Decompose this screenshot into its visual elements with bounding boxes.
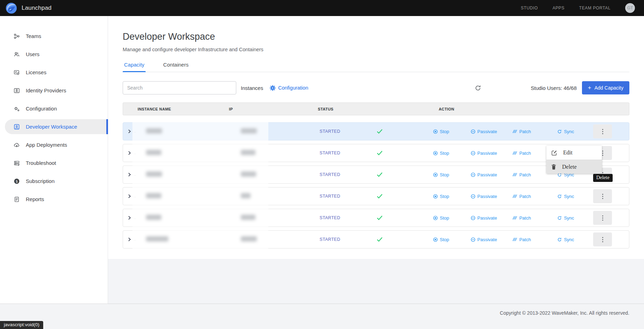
- sidebar-item-label: Developer Workspace: [26, 124, 77, 130]
- success-check-icon: [377, 215, 383, 220]
- redacted-instance-name: [146, 128, 162, 133]
- brand[interactable]: Launchpad: [6, 2, 52, 14]
- table-body: .. STARTED Stop Passivate Patch Sy: [123, 122, 629, 248]
- stop-action[interactable]: Stop: [433, 129, 449, 134]
- sync-action[interactable]: Sync: [557, 194, 574, 199]
- redacted-ip: [241, 215, 255, 220]
- row-actions-menu: Edit Delete: [546, 146, 602, 174]
- sync-action[interactable]: Sync: [557, 129, 574, 134]
- sync-icon: [557, 194, 562, 199]
- page-subtitle: Manage and configure developer Infrastru…: [123, 47, 629, 52]
- gear-icon: [270, 85, 276, 91]
- kebab-menu-button[interactable]: [593, 211, 612, 225]
- action-label: Stop: [440, 237, 449, 242]
- nav-apps-link[interactable]: APPS: [552, 6, 564, 10]
- sidebar-item-label: Licenses: [26, 69, 46, 75]
- expand-chevron-icon[interactable]: [128, 194, 131, 199]
- passivate-action[interactable]: Passivate: [471, 172, 497, 177]
- expand-chevron-icon[interactable]: [128, 215, 131, 220]
- passivate-icon: [471, 151, 475, 155]
- col-action: ACTION: [431, 107, 629, 111]
- patch-action[interactable]: Patch: [512, 151, 531, 156]
- redaction-hint: ..: [134, 216, 136, 220]
- action-label: Passivate: [477, 151, 497, 156]
- action-label: Sync: [564, 194, 574, 199]
- patch-action[interactable]: Patch: [512, 237, 531, 242]
- configuration-link[interactable]: Configuration: [270, 85, 308, 91]
- stop-icon: [433, 151, 438, 155]
- status-text: STARTED: [320, 215, 340, 220]
- kebab-menu-button[interactable]: [593, 124, 612, 138]
- search-input[interactable]: [123, 81, 236, 94]
- col-ip: IP: [229, 107, 318, 111]
- sidebar-item-licenses[interactable]: Licenses: [0, 65, 108, 80]
- sidebar-item-identity-providers[interactable]: Identity Providers: [0, 83, 108, 98]
- stop-action[interactable]: Stop: [433, 194, 449, 199]
- redacted-ip: [241, 236, 257, 242]
- stop-action[interactable]: Stop: [433, 237, 449, 242]
- passivate-icon: [471, 129, 475, 134]
- stop-icon: [433, 194, 438, 199]
- stop-action[interactable]: Stop: [433, 215, 449, 221]
- sidebar-item-subscription[interactable]: $ Subscription: [0, 174, 108, 189]
- action-label: Stop: [440, 151, 449, 156]
- status-text: STARTED: [320, 194, 340, 199]
- expand-chevron-icon[interactable]: [128, 129, 131, 134]
- teams-icon: [13, 33, 20, 39]
- sidebar-item-users[interactable]: Users: [0, 47, 108, 62]
- expand-chevron-icon[interactable]: [128, 237, 131, 242]
- sidebar-item-teams[interactable]: Teams: [0, 29, 108, 44]
- redacted-instance-name: [146, 215, 161, 220]
- status-text: STARTED: [320, 151, 340, 155]
- plus-icon: +: [588, 84, 591, 91]
- configuration-link-label: Configuration: [278, 85, 308, 91]
- user-avatar[interactable]: GT: [625, 3, 635, 13]
- redaction-hint: ..: [134, 151, 136, 155]
- page-title: Developer Workspace: [123, 16, 629, 42]
- passivate-action[interactable]: Passivate: [471, 129, 497, 134]
- patch-action[interactable]: Patch: [512, 172, 531, 177]
- app-deployments-icon: [13, 141, 20, 148]
- redacted-ip: [241, 193, 251, 198]
- patch-action[interactable]: Patch: [512, 194, 531, 199]
- expand-chevron-icon[interactable]: [128, 172, 131, 177]
- refresh-button[interactable]: [475, 85, 481, 91]
- success-check-icon: [377, 172, 383, 177]
- passivate-action[interactable]: Passivate: [471, 194, 497, 199]
- capacity-table: INSTANCE NAME IP STATUS ACTION .. STARTE…: [123, 102, 629, 248]
- sync-action[interactable]: Sync: [557, 215, 574, 221]
- kebab-menu-button[interactable]: [593, 189, 612, 203]
- sidebar-item-reports[interactable]: Reports: [0, 192, 108, 207]
- sidebar-item-app-deployments[interactable]: App Deployments: [0, 137, 108, 152]
- stop-action[interactable]: Stop: [433, 151, 449, 156]
- nav-team-portal-link[interactable]: TEAM PORTAL: [579, 6, 611, 10]
- kebab-menu-button[interactable]: [593, 232, 612, 246]
- patch-action[interactable]: Patch: [512, 215, 531, 221]
- sync-action[interactable]: Sync: [557, 237, 574, 242]
- sidebar-item-label: Identity Providers: [26, 87, 66, 93]
- table-row: .. STARTED Stop Passivate Patch Sy: [123, 209, 629, 227]
- stop-action[interactable]: Stop: [433, 172, 449, 177]
- tab-containers[interactable]: Containers: [162, 62, 190, 72]
- trash-icon: [551, 164, 556, 170]
- passivate-action[interactable]: Passivate: [471, 151, 497, 156]
- sidebar-item-troubleshoot[interactable]: Troubleshoot: [0, 155, 108, 170]
- nav-studio-link[interactable]: STUDIO: [521, 6, 538, 10]
- patch-icon: [512, 194, 517, 198]
- patch-action[interactable]: Patch: [512, 129, 531, 134]
- stop-icon: [433, 237, 438, 242]
- add-capacity-button[interactable]: + Add Capacity: [582, 81, 629, 94]
- passivate-action[interactable]: Passivate: [471, 215, 497, 221]
- sidebar-item-configuration[interactable]: Configuration: [0, 101, 108, 116]
- expand-chevron-icon[interactable]: [128, 151, 131, 155]
- delete-tooltip: Delete: [593, 174, 613, 182]
- menu-item-edit[interactable]: Edit: [546, 146, 602, 160]
- footer: Copyright © 2013-2022 WaveMaker, Inc. Al…: [0, 304, 644, 329]
- tab-capacity[interactable]: Capacity: [123, 62, 146, 72]
- menu-item-delete[interactable]: Delete: [546, 160, 602, 174]
- passivate-action[interactable]: Passivate: [471, 237, 497, 242]
- sidebar-item-developer-workspace[interactable]: Developer Workspace: [5, 119, 108, 134]
- action-label: Passivate: [477, 172, 497, 177]
- redaction-hint: ..: [134, 173, 136, 176]
- success-check-icon: [377, 194, 383, 199]
